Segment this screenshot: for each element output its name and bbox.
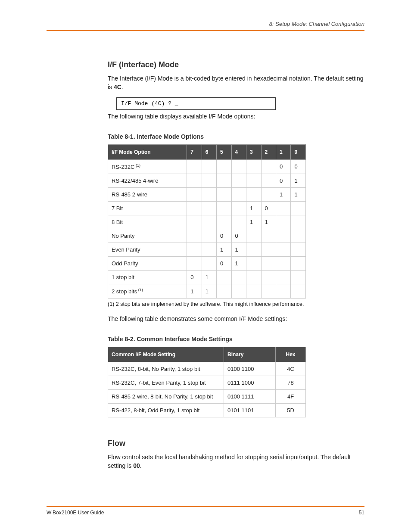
running-header: 8: Setup Mode: Channel Configuration — [269, 21, 364, 27]
table1-bit-cell — [187, 215, 202, 229]
table1-bit-cell: 0 — [217, 229, 231, 243]
table1-bit-cell — [261, 243, 276, 257]
table1-bit-cell: 0 — [217, 257, 231, 271]
table1-bit-cell: 1 — [202, 284, 216, 299]
table1-bit-cell — [231, 188, 246, 202]
table1-bit-cell — [187, 243, 202, 257]
table1-bit-cell — [187, 257, 202, 271]
table2-binary-cell: 0100 1111 — [224, 390, 276, 404]
table1-footnote: (1) 2 stop bits are implemented by the s… — [108, 301, 364, 307]
table1-bit-cell: 0 — [276, 159, 290, 174]
table-row: 1 stop bit01 — [108, 271, 306, 284]
table1-bit-cell — [231, 215, 246, 229]
table1-bit-cell: 1 — [291, 188, 306, 202]
superscript-note: (1) — [134, 163, 140, 168]
table1-row-label: 1 stop bit — [108, 271, 187, 284]
table2-setting-cell: RS-485 2-wire, 8-bit, No Parity, 1 stop … — [108, 390, 224, 404]
table1-bit-cell: 1 — [231, 257, 246, 271]
table1-bit-cell: 1 — [202, 271, 216, 284]
table1-bit-cell: 1 — [246, 202, 261, 215]
table1-bit-cell — [187, 174, 202, 188]
table-row: 7 Bit10 — [108, 202, 306, 215]
table2-binary-cell: 0101 1101 — [224, 404, 276, 417]
table1-bit-cell — [261, 174, 276, 188]
table1-bit-cell — [246, 174, 261, 188]
table1-header-bit2: 2 — [261, 144, 276, 159]
section-heading-ifmode: I/F (Interface) Mode — [108, 60, 364, 69]
table2-binary-cell: 0100 1100 — [224, 362, 276, 376]
table2-header-hex: Hex — [276, 347, 306, 362]
table1-bit-cell — [202, 174, 216, 188]
table1-bit-cell — [202, 257, 216, 271]
table1-header-bit1: 1 — [276, 144, 290, 159]
table2-hex-cell: 5D — [276, 404, 306, 417]
page-content: I/F (Interface) Mode The Interface (I/F)… — [108, 60, 364, 476]
table1-bit-cell: 1 — [231, 243, 246, 257]
table1-bit-cell — [276, 271, 290, 284]
table1-row-label: 8 Bit — [108, 215, 187, 229]
table1-bit-cell — [276, 215, 290, 229]
table1-bit-cell — [291, 215, 306, 229]
table1-bit-cell — [202, 229, 216, 243]
table1-bit-cell — [246, 188, 261, 202]
table1-bit-cell — [187, 202, 202, 215]
table-row: RS-422, 8-bit, Odd Parity, 1 stop bit010… — [108, 404, 306, 417]
table1-bit-cell — [202, 243, 216, 257]
table-row: Odd Parity01 — [108, 257, 306, 271]
table1-row-label: 7 Bit — [108, 202, 187, 215]
table1-bit-cell — [291, 243, 306, 257]
table-row: RS-485 2-wire11 — [108, 188, 306, 202]
table1-bit-cell — [231, 284, 246, 299]
table2-header-setting: Common I/F Mode Setting — [108, 347, 224, 362]
table1-bit-cell — [202, 215, 216, 229]
table-row: 2 stop bits (1)11 — [108, 284, 306, 299]
table-row: RS-232C (1)00 — [108, 159, 306, 174]
common-interface-mode-table: Common I/F Mode Setting Binary Hex RS-23… — [108, 347, 306, 417]
table1-row-label: RS-485 2-wire — [108, 188, 187, 202]
table1-row-label: RS-422/485 4-wire — [108, 174, 187, 188]
table1-bit-cell — [246, 159, 261, 174]
ifmode-intro: The Interface (I/F) Mode is a bit-coded … — [108, 75, 364, 91]
table1-bit-cell: 1 — [276, 188, 290, 202]
table1-bit-cell — [276, 202, 290, 215]
table1-bit-cell — [246, 257, 261, 271]
table2-hex-cell: 4C — [276, 362, 306, 376]
table1-header-row: I/F Mode Option 7 6 5 4 3 2 1 0 — [108, 144, 306, 159]
table1-bit-cell — [276, 243, 290, 257]
table1-bit-cell — [217, 188, 231, 202]
table1-bit-cell — [217, 284, 231, 299]
table1-bit-cell: 1 — [217, 243, 231, 257]
table1-bit-cell: 0 — [261, 202, 276, 215]
table1-row-label: 2 stop bits (1) — [108, 284, 187, 299]
table1-bit-cell — [202, 159, 216, 174]
table1-bit-cell — [217, 271, 231, 284]
table1-bit-cell — [202, 202, 216, 215]
table1-bit-cell — [261, 159, 276, 174]
table1-bit-cell — [276, 284, 290, 299]
period2: . — [140, 462, 142, 469]
footer-rule — [47, 506, 364, 507]
table1-bit-cell — [187, 188, 202, 202]
table1-bit-cell — [261, 229, 276, 243]
table1-bit-cell — [246, 229, 261, 243]
table1-bit-cell — [276, 257, 290, 271]
table2-setting-cell: RS-422, 8-bit, Odd Parity, 1 stop bit — [108, 404, 224, 417]
flow-intro-prefix: Flow control sets the local handshaking … — [108, 454, 351, 469]
table2-setting-cell: RS-232C, 7-bit, Even Parity, 1 stop bit — [108, 376, 224, 390]
table1-row-label: Even Parity — [108, 243, 187, 257]
table1-title: Table 8-1. Interface Mode Options — [108, 133, 364, 140]
table1-bit-cell: 1 — [246, 215, 261, 229]
table-row: RS-485 2-wire, 8-bit, No Parity, 1 stop … — [108, 390, 306, 404]
table1-bit-cell — [231, 174, 246, 188]
table1-header-bit7: 7 — [187, 144, 202, 159]
table2-hex-cell: 4F — [276, 390, 306, 404]
table-row: RS-232C, 8-bit, No Parity, 1 stop bit010… — [108, 362, 306, 376]
code-prompt-box: I/F Mode (4C) ? _ — [116, 97, 276, 110]
table1-bit-cell — [261, 271, 276, 284]
table1-row-label: No Parity — [108, 229, 187, 243]
table1-header-bit4: 4 — [231, 144, 246, 159]
table1-header-bit5: 5 — [217, 144, 231, 159]
period: . — [121, 84, 123, 90]
table1-row-label: Odd Parity — [108, 257, 187, 271]
table1-bit-cell — [217, 159, 231, 174]
